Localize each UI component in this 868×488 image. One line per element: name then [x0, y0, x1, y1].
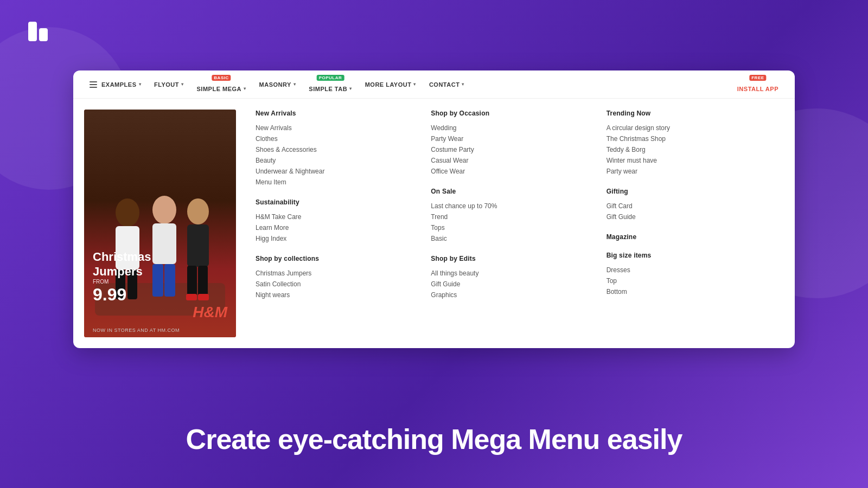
menu-link[interactable]: Bottom: [607, 286, 764, 297]
menu-link[interactable]: Graphics: [431, 290, 589, 300]
menu-link[interactable]: Last chance up to 70%: [431, 201, 589, 211]
section-title-new-arrivals: New Arrivals: [256, 110, 413, 117]
svg-rect-9: [152, 223, 176, 264]
svg-point-8: [152, 196, 176, 224]
menu-link[interactable]: Higg Index: [256, 233, 413, 244]
menu-section-sustainability: Sustainability H&M Take Care Learn More …: [256, 198, 413, 244]
menu-link[interactable]: Gift Card: [607, 201, 764, 211]
navbar: EXAMPLES ▾ FLYOUT ▾ BASIC SIMPLE MEGA ▾ …: [73, 70, 795, 99]
nav-item-flyout[interactable]: FLYOUT ▾: [149, 70, 189, 99]
menu-link[interactable]: Clothes: [256, 133, 413, 144]
chevron-icon: ▾: [293, 82, 296, 87]
svg-rect-13: [187, 224, 209, 267]
menu-link[interactable]: Beauty: [256, 155, 413, 166]
menu-section-on-sale: On Sale Last chance up to 70% Trend Tops…: [431, 188, 589, 244]
section-title-occasion: Shop by Occasion: [431, 110, 589, 117]
menu-link[interactable]: Tops: [431, 222, 589, 233]
nav-item-contact[interactable]: CONTACT ▾: [424, 70, 470, 99]
section-title-collections: Shop by collections: [256, 255, 413, 262]
section-title-magazine: Magazine: [607, 233, 764, 241]
hamburger-icon: [90, 81, 97, 88]
menu-section-gifting: Gifting Gift Card Gift Guide: [607, 188, 764, 222]
menu-link[interactable]: Night wears: [256, 290, 413, 300]
section-title-big-size: Big size items: [607, 252, 764, 259]
menu-link[interactable]: Menu Item: [256, 177, 413, 188]
menu-link-casual-wear[interactable]: Casual Wear: [431, 155, 589, 166]
menu-link[interactable]: Learn More: [256, 222, 413, 233]
badge-free: FREE: [749, 75, 766, 81]
menu-image-overlay: Christmas Jumpers FROM 9.99: [93, 250, 151, 305]
chevron-icon: ▾: [139, 82, 142, 87]
menu-section-trending: Trending Now A circular design story The…: [607, 110, 764, 177]
chevron-icon: ▾: [413, 82, 416, 87]
svg-point-12: [187, 198, 209, 224]
main-card: EXAMPLES ▾ FLYOUT ▾ BASIC SIMPLE MEGA ▾ …: [73, 70, 795, 348]
menu-link[interactable]: Costume Party: [431, 144, 589, 155]
menu-link[interactable]: All things beauty: [431, 268, 589, 279]
section-title-edits: Shop by Edits: [431, 255, 589, 262]
section-title-trending: Trending Now: [607, 110, 764, 117]
badge-popular: POPULAR: [317, 75, 344, 81]
svg-rect-10: [152, 264, 163, 297]
nav-item-install-app[interactable]: FREE INSTALL APP: [732, 70, 784, 99]
image-footer: NOW IN STORES AND AT HM.COM: [84, 328, 236, 333]
chevron-icon: ▾: [349, 86, 352, 91]
menu-link[interactable]: Office Wear: [431, 166, 589, 177]
menu-link[interactable]: Party Wear: [431, 133, 589, 144]
menu-section-big-size: Big size items Dresses Top Bottom: [607, 252, 764, 297]
badge-basic: BASIC: [212, 75, 231, 81]
menu-link[interactable]: The Christmas Shop: [607, 133, 764, 144]
section-title-gifting: Gifting: [607, 188, 764, 195]
menu-link[interactable]: Shoes & Accessories: [256, 144, 413, 155]
menu-section-edits: Shop by Edits All things beauty Gift Gui…: [431, 255, 589, 300]
menu-image-panel: Christmas Jumpers FROM 9.99 H&M NOW IN S…: [84, 110, 236, 337]
menu-link[interactable]: Wedding: [431, 123, 589, 133]
menu-section-new-arrivals: New Arrivals New Arrivals Clothes Shoes …: [256, 110, 413, 188]
menu-link[interactable]: Christmas Jumpers: [256, 268, 413, 279]
section-title-on-sale: On Sale: [431, 188, 589, 195]
svg-rect-14: [187, 266, 197, 297]
menu-col-3: Trending Now A circular design story The…: [598, 110, 773, 337]
page-tagline: Create eye-catching Mega Menu easily: [0, 423, 868, 455]
menu-link[interactable]: Basic: [431, 233, 589, 244]
menu-link[interactable]: Teddy & Borg: [607, 144, 764, 155]
svg-point-4: [116, 198, 139, 227]
menu-section-occasion: Shop by Occasion Wedding Party Wear Cost…: [431, 110, 589, 177]
menu-link[interactable]: Gift Guide: [607, 211, 764, 222]
svg-rect-15: [198, 266, 208, 297]
menu-link[interactable]: Top: [607, 275, 764, 286]
mega-menu: Christmas Jumpers FROM 9.99 H&M NOW IN S…: [73, 99, 795, 348]
menu-col-1: New Arrivals New Arrivals Clothes Shoes …: [247, 110, 422, 337]
menu-link[interactable]: Trend: [431, 211, 589, 222]
menu-link[interactable]: Dresses: [607, 265, 764, 275]
menu-section-magazine: Magazine: [607, 233, 764, 241]
menu-link[interactable]: Gift Guide: [431, 279, 589, 290]
svg-rect-11: [164, 264, 175, 297]
menu-link[interactable]: H&M Take Care: [256, 211, 413, 222]
menu-link[interactable]: New Arrivals: [256, 123, 413, 133]
hm-logo: H&M: [193, 304, 227, 321]
menu-link[interactable]: Satin Collection: [256, 279, 413, 290]
svg-rect-16: [186, 294, 197, 300]
menu-link[interactable]: Winter must have: [607, 155, 764, 166]
nav-item-simple-mega[interactable]: BASIC SIMPLE MEGA ▾: [192, 70, 252, 99]
menu-link[interactable]: Underwear & Nightwear: [256, 166, 413, 177]
section-title-sustainability: Sustainability: [256, 198, 413, 206]
menu-col-2: Shop by Occasion Wedding Party Wear Cost…: [422, 110, 597, 337]
chevron-icon: ▾: [244, 86, 246, 91]
menu-link[interactable]: A circular design story: [607, 123, 764, 133]
menu-link[interactable]: Party wear: [607, 166, 764, 177]
nav-item-examples[interactable]: EXAMPLES ▾: [84, 70, 146, 99]
nav-item-masonry[interactable]: MaSonRY ▾: [254, 70, 302, 99]
svg-rect-17: [198, 294, 209, 300]
menu-section-collections: Shop by collections Christmas Jumpers Sa…: [256, 255, 413, 300]
chevron-icon: ▾: [462, 82, 464, 87]
nav-item-more-layout[interactable]: MORE LAYOUT ▾: [360, 70, 422, 99]
chevron-icon: ▾: [181, 82, 184, 87]
nav-item-simple-tab[interactable]: POPULAR SIMPLE TAB ▾: [303, 70, 357, 99]
menu-columns: New Arrivals New Arrivals Clothes Shoes …: [236, 110, 784, 337]
